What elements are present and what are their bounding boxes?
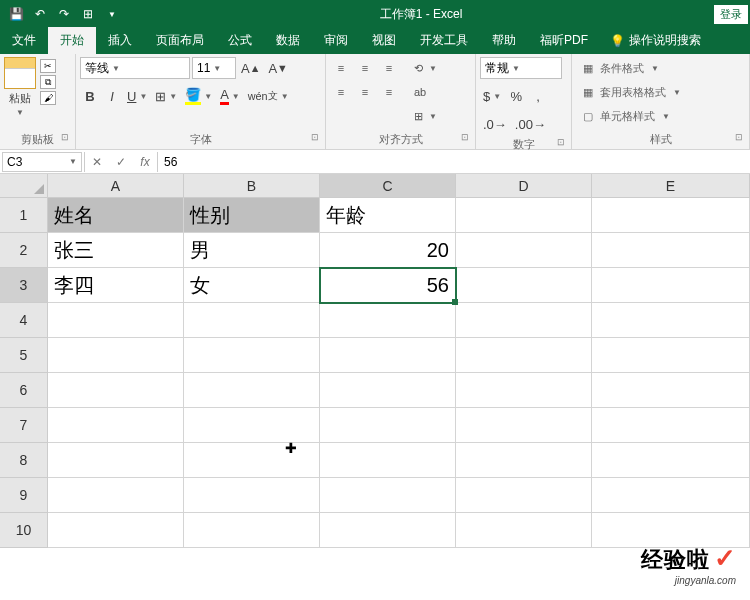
align-middle-icon[interactable]: ≡: [354, 57, 376, 79]
cell-D2[interactable]: [456, 233, 592, 268]
tab-help[interactable]: 帮助: [480, 27, 528, 54]
cell-B1[interactable]: 性别: [184, 198, 320, 233]
cell-D10[interactable]: [456, 513, 592, 548]
cell-A6[interactable]: [48, 373, 184, 408]
cell-C4[interactable]: [320, 303, 456, 338]
format-painter-icon[interactable]: 🖌: [40, 91, 56, 105]
increase-font-icon[interactable]: A▲: [238, 57, 263, 79]
cell-C3[interactable]: 56: [320, 268, 456, 303]
redo-icon[interactable]: ↷: [56, 6, 72, 22]
cell-C6[interactable]: [320, 373, 456, 408]
tab-layout[interactable]: 页面布局: [144, 27, 216, 54]
name-box[interactable]: C3▼: [2, 152, 82, 172]
font-size-combo[interactable]: 11▼: [192, 57, 236, 79]
enter-icon[interactable]: ✓: [109, 152, 133, 172]
tab-file[interactable]: 文件: [0, 27, 48, 54]
number-format-combo[interactable]: 常规▼: [480, 57, 562, 79]
phonetic-button[interactable]: wén文▼: [245, 85, 292, 107]
cell-A5[interactable]: [48, 338, 184, 373]
italic-button[interactable]: I: [102, 85, 122, 107]
font-name-combo[interactable]: 等线▼: [80, 57, 190, 79]
cell-C9[interactable]: [320, 478, 456, 513]
orientation-button[interactable]: ⟲▼: [410, 57, 441, 79]
cell-D8[interactable]: [456, 443, 592, 478]
paste-icon[interactable]: [4, 57, 36, 89]
tab-formulas[interactable]: 公式: [216, 27, 264, 54]
cell-A4[interactable]: [48, 303, 184, 338]
cell-D3[interactable]: [456, 268, 592, 303]
col-header-D[interactable]: D: [456, 174, 592, 198]
qat-more-icon[interactable]: ▼: [104, 6, 120, 22]
tab-review[interactable]: 审阅: [312, 27, 360, 54]
cell-E5[interactable]: [592, 338, 750, 373]
paste-dropdown-icon[interactable]: ▼: [16, 108, 24, 117]
formula-input[interactable]: 56: [158, 152, 750, 172]
cell-C2[interactable]: 20: [320, 233, 456, 268]
tab-home[interactable]: 开始: [48, 27, 96, 54]
border-button[interactable]: ⊞▼: [152, 85, 180, 107]
cell-A8[interactable]: [48, 443, 184, 478]
cell-C5[interactable]: [320, 338, 456, 373]
cell-D9[interactable]: [456, 478, 592, 513]
row-header-7[interactable]: 7: [0, 408, 48, 443]
cell-A7[interactable]: [48, 408, 184, 443]
align-left-icon[interactable]: ≡: [330, 81, 352, 103]
percent-format-icon[interactable]: %: [506, 85, 526, 107]
row-header-2[interactable]: 2: [0, 233, 48, 268]
tab-foxit[interactable]: 福昕PDF: [528, 27, 600, 54]
cell-E8[interactable]: [592, 443, 750, 478]
cell-B10[interactable]: [184, 513, 320, 548]
paste-button[interactable]: 粘贴: [9, 91, 31, 106]
cell-D5[interactable]: [456, 338, 592, 373]
cell-E1[interactable]: [592, 198, 750, 233]
cell-D4[interactable]: [456, 303, 592, 338]
cell-C10[interactable]: [320, 513, 456, 548]
align-right-icon[interactable]: ≡: [378, 81, 400, 103]
cell-D1[interactable]: [456, 198, 592, 233]
cell-A1[interactable]: 姓名: [48, 198, 184, 233]
tab-dev[interactable]: 开发工具: [408, 27, 480, 54]
cell-D6[interactable]: [456, 373, 592, 408]
save-icon[interactable]: 💾: [8, 6, 24, 22]
font-color-button[interactable]: A▼: [217, 85, 243, 107]
decrease-decimal-icon[interactable]: .00→: [512, 113, 549, 135]
align-center-icon[interactable]: ≡: [354, 81, 376, 103]
cell-A3[interactable]: 李四: [48, 268, 184, 303]
cell-styles-button[interactable]: ▢单元格样式▼: [576, 105, 685, 127]
cell-E3[interactable]: [592, 268, 750, 303]
cell-B6[interactable]: [184, 373, 320, 408]
row-header-9[interactable]: 9: [0, 478, 48, 513]
col-header-C[interactable]: C: [320, 174, 456, 198]
fill-color-button[interactable]: 🪣▼: [182, 85, 215, 107]
cell-B5[interactable]: [184, 338, 320, 373]
cut-icon[interactable]: ✂: [40, 59, 56, 73]
row-header-8[interactable]: 8: [0, 443, 48, 478]
underline-button[interactable]: U▼: [124, 85, 150, 107]
cell-B7[interactable]: [184, 408, 320, 443]
cell-B3[interactable]: 女: [184, 268, 320, 303]
conditional-format-button[interactable]: ▦条件格式▼: [576, 57, 685, 79]
row-header-4[interactable]: 4: [0, 303, 48, 338]
fx-icon[interactable]: fx: [133, 152, 157, 172]
row-header-6[interactable]: 6: [0, 373, 48, 408]
select-all-corner[interactable]: [0, 174, 48, 198]
cell-E4[interactable]: [592, 303, 750, 338]
tab-insert[interactable]: 插入: [96, 27, 144, 54]
tab-data[interactable]: 数据: [264, 27, 312, 54]
increase-decimal-icon[interactable]: .0→: [480, 113, 510, 135]
copy-icon[interactable]: ⧉: [40, 75, 56, 89]
cell-E2[interactable]: [592, 233, 750, 268]
cell-A9[interactable]: [48, 478, 184, 513]
col-header-B[interactable]: B: [184, 174, 320, 198]
align-top-icon[interactable]: ≡: [330, 57, 352, 79]
cancel-icon[interactable]: ✕: [85, 152, 109, 172]
accounting-format-icon[interactable]: $▼: [480, 85, 504, 107]
col-header-E[interactable]: E: [592, 174, 750, 198]
bold-button[interactable]: B: [80, 85, 100, 107]
align-bottom-icon[interactable]: ≡: [378, 57, 400, 79]
cell-B2[interactable]: 男: [184, 233, 320, 268]
row-header-5[interactable]: 5: [0, 338, 48, 373]
cell-E6[interactable]: [592, 373, 750, 408]
wrap-text-button[interactable]: ab: [410, 81, 441, 103]
tell-me-search[interactable]: 💡 操作说明搜索: [600, 27, 711, 54]
